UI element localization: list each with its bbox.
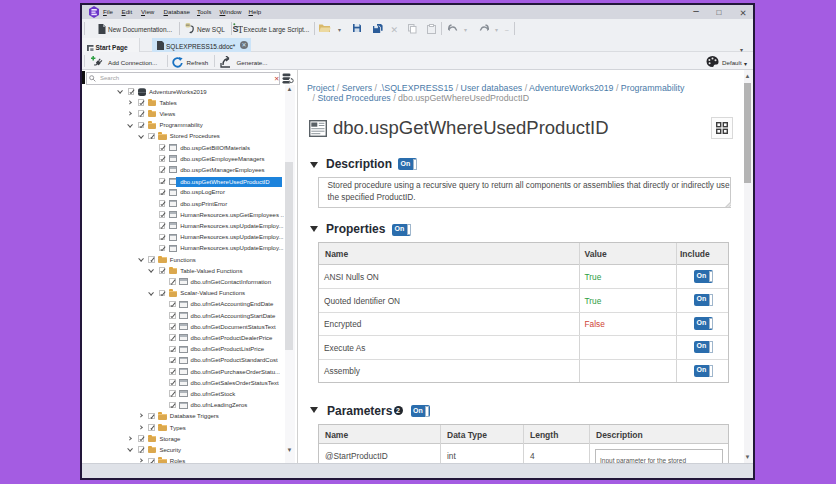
svg-text:T: T [238, 24, 244, 34]
